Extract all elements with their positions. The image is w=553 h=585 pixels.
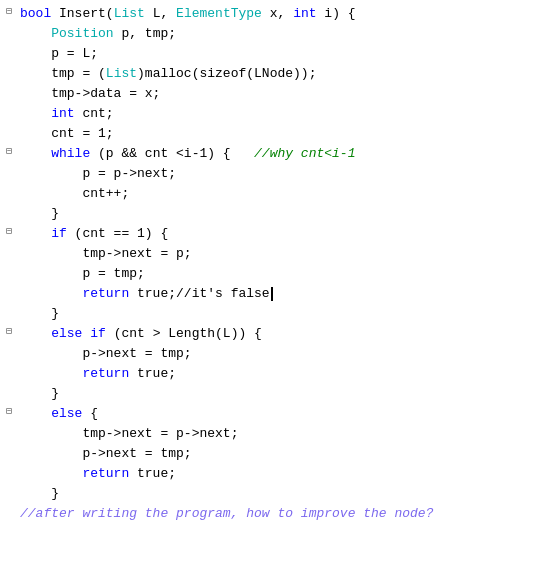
token-comment-inline: //why cnt<i-1 [254,146,355,161]
token-op: (cnt == 1) { [67,226,168,241]
code-text: p->next = tmp; [18,444,553,464]
token-op: p->next = tmp; [20,346,192,361]
token-op: L, [145,6,176,21]
token-kw: if [90,326,106,341]
token-op: (p && cnt <i-1) { [90,146,254,161]
code-line: } [0,304,553,324]
token-kw: while [20,146,90,161]
line-gutter [0,504,18,505]
token-kw: return [20,466,129,481]
code-line: } [0,484,553,504]
token-op: } [20,386,59,401]
line-gutter [0,304,18,305]
code-text: return true;//it's false [18,284,553,304]
line-gutter [0,124,18,125]
line-gutter [0,84,18,85]
token-op: true; [129,466,176,481]
code-line: } [0,204,553,224]
code-text: p = p->next; [18,164,553,184]
token-op: tmp->next = p->next; [20,426,238,441]
token-kw: return [20,286,129,301]
line-gutter [0,184,18,185]
code-line: cnt++; [0,184,553,204]
code-editor[interactable]: ⊟bool Insert(List L, ElementType x, int … [0,0,553,585]
code-text: } [18,484,553,504]
code-line: //after writing the program, how to impr… [0,504,553,524]
line-gutter [0,384,18,385]
code-text: else { [18,404,553,424]
code-text: tmp->next = p; [18,244,553,264]
token-op: { [82,406,98,421]
token-op: )malloc(sizeof(LNode)); [137,66,316,81]
token-bottom-comment: //after writing the program, how to impr… [20,506,433,521]
code-text: int cnt; [18,104,553,124]
line-gutter[interactable]: ⊟ [0,144,18,157]
code-text: tmp->data = x; [18,84,553,104]
line-gutter [0,484,18,485]
token-kw: int [293,6,316,21]
token-op: x, [262,6,293,21]
token-op: cnt; [75,106,114,121]
code-line: Position p, tmp; [0,24,553,44]
line-gutter [0,264,18,265]
code-text: tmp = (List)malloc(sizeof(LNode)); [18,64,553,84]
code-text: p = tmp; [18,264,553,284]
code-line: cnt = 1; [0,124,553,144]
code-text: return true; [18,464,553,484]
code-line: return true; [0,364,553,384]
token-op: true; [129,366,176,381]
code-text: if (cnt == 1) { [18,224,553,244]
code-text: cnt = 1; [18,124,553,144]
token-op: p, tmp; [114,26,176,41]
code-text: } [18,304,553,324]
code-text: bool Insert(List L, ElementType x, int i… [18,4,553,24]
line-gutter [0,464,18,465]
token-op: } [20,306,59,321]
code-line: p = tmp; [0,264,553,284]
code-text: cnt++; [18,184,553,204]
token-op: p = L; [20,46,98,61]
token-kw: else [20,326,82,341]
line-gutter [0,244,18,245]
code-text: Position p, tmp; [18,24,553,44]
code-line: return true; [0,464,553,484]
token-kw: else [20,406,82,421]
token-param-type: Position [20,26,114,41]
token-op: p->next = tmp; [20,446,192,461]
line-gutter [0,44,18,45]
line-gutter [0,164,18,165]
code-text: } [18,204,553,224]
code-line: } [0,384,553,404]
token-op: cnt++; [20,186,129,201]
token-op: cnt = 1; [20,126,114,141]
code-line: int cnt; [0,104,553,124]
line-gutter [0,64,18,65]
code-text: return true; [18,364,553,384]
line-gutter[interactable]: ⊟ [0,224,18,237]
line-gutter [0,204,18,205]
token-op: (cnt > Length(L)) { [106,326,262,341]
token-op: p = tmp; [20,266,145,281]
token-op: p = p->next; [20,166,176,181]
token-op: tmp = ( [20,66,106,81]
code-text: p = L; [18,44,553,64]
code-line: ⊟ else { [0,404,553,424]
line-gutter [0,344,18,345]
line-gutter[interactable]: ⊟ [0,4,18,17]
line-gutter[interactable]: ⊟ [0,404,18,417]
token-kw: if [20,226,67,241]
code-line: tmp->next = p; [0,244,553,264]
token-op: true;//it's false [129,286,269,301]
code-line: tmp = (List)malloc(sizeof(LNode)); [0,64,553,84]
line-gutter[interactable]: ⊟ [0,324,18,337]
token-param-type: List [114,6,145,21]
code-line: ⊟bool Insert(List L, ElementType x, int … [0,4,553,24]
code-line: p = L; [0,44,553,64]
code-text: //after writing the program, how to impr… [18,504,553,524]
code-line: p->next = tmp; [0,444,553,464]
line-gutter [0,284,18,285]
code-line: p->next = tmp; [0,344,553,364]
token-kw: int [20,106,75,121]
code-text: } [18,384,553,404]
line-gutter [0,24,18,25]
